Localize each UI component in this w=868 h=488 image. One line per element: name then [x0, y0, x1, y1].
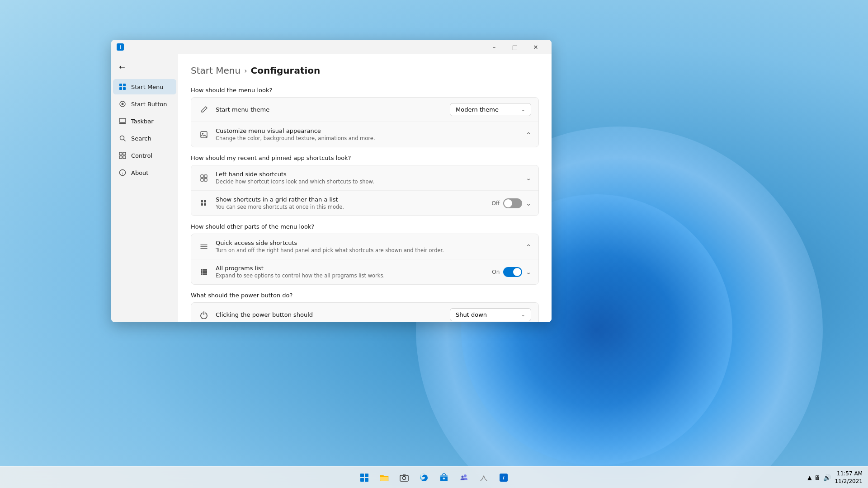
grid-toggle-thumb	[504, 199, 512, 207]
svg-point-47	[464, 474, 467, 477]
sidebar-item-search[interactable]: Search	[113, 131, 176, 146]
quick-access-arrow-icon: ⌃	[526, 243, 531, 250]
store-taskbar[interactable]	[435, 469, 453, 487]
row-text-quick-access: Quick access side shortcuts Turn on and …	[216, 239, 519, 253]
card-power: Clicking the power button should Shut do…	[191, 302, 539, 322]
file-explorer-taskbar[interactable]	[375, 469, 393, 487]
sidebar-label-start-menu: Start Menu	[131, 84, 164, 90]
theme-dropdown[interactable]: Modern theme ⌄	[450, 103, 531, 116]
section-header-other-parts: How should other parts of the menu look?	[191, 223, 539, 230]
svg-rect-30	[203, 269, 205, 271]
power-dropdown[interactable]: Shut down ⌄	[450, 308, 531, 321]
row-text-theme: Start menu theme	[216, 106, 443, 113]
row-text-visual: Customize menu visual appearance Change …	[216, 127, 519, 141]
grid-icon	[198, 198, 209, 209]
sidebar-item-control[interactable]: Control	[113, 148, 176, 163]
minimize-button[interactable]: –	[484, 40, 505, 54]
sidebar-label-control: Control	[131, 152, 152, 159]
sidebar-item-about[interactable]: i About	[113, 165, 176, 180]
grid-toggle-label: Off	[492, 200, 500, 206]
row-text-left-shortcuts: Left hand side shortcuts Decide how shor…	[216, 171, 519, 185]
svg-rect-6	[119, 118, 126, 122]
network-icon[interactable]: 🖥	[814, 474, 821, 481]
svg-rect-36	[203, 273, 205, 275]
app-tool-taskbar[interactable]	[475, 469, 493, 487]
edge-taskbar[interactable]	[415, 469, 433, 487]
main-content: Start Menu › Configuration How should th…	[178, 54, 552, 322]
clock-date: 11/2/2021	[835, 478, 863, 485]
svg-text:i: i	[122, 171, 123, 175]
row-subtitle-quick-access: Turn on and off the right hand panel and…	[216, 247, 519, 253]
row-title-left-shortcuts: Left hand side shortcuts	[216, 171, 519, 178]
taskbar-sys-icons: ▲ 🖥 🔊	[807, 474, 831, 481]
row-quick-access[interactable]: Quick access side shortcuts Turn on and …	[191, 234, 538, 259]
svg-rect-21	[204, 178, 207, 181]
power-dropdown-value: Shut down	[456, 311, 518, 318]
power-dropdown-chevron: ⌄	[521, 312, 525, 318]
maximize-button[interactable]: □	[505, 40, 525, 54]
row-customize-visual[interactable]: Customize menu visual appearance Change …	[191, 122, 538, 147]
row-title-quick-access: Quick access side shortcuts	[216, 239, 519, 246]
programs-toggle-label: On	[492, 269, 500, 275]
visual-arrow-icon: ⌃	[526, 131, 531, 138]
apps-icon	[198, 267, 209, 277]
sidebar-item-taskbar[interactable]: Taskbar	[113, 113, 176, 129]
programs-toggle[interactable]	[503, 267, 522, 277]
about-icon: i	[118, 169, 127, 177]
svg-rect-38	[360, 474, 364, 477]
row-left-hand-shortcuts[interactable]: Left hand side shortcuts Decide how shor…	[191, 165, 538, 191]
svg-rect-40	[360, 478, 364, 482]
card-menu-look: Start menu theme Modern theme ⌄	[191, 97, 539, 147]
sidebar-item-start-button[interactable]: Start Button	[113, 96, 176, 112]
row-title-all-programs: All programs list	[216, 265, 486, 272]
up-arrow-icon[interactable]: ▲	[807, 474, 811, 481]
svg-rect-7	[119, 123, 126, 124]
sidebar-label-about: About	[131, 169, 148, 176]
svg-rect-11	[123, 152, 126, 155]
breadcrumb: Start Menu › Configuration	[191, 65, 539, 76]
start-button-icon	[118, 100, 127, 108]
row-text-show-grid: Show shortcuts in a grid rather than a l…	[216, 196, 486, 210]
app-icon: i	[117, 43, 124, 51]
quick-access-arrow: ⌃	[526, 243, 531, 250]
svg-rect-46	[440, 475, 448, 477]
window-body: ← Start Menu	[111, 54, 552, 322]
power-dropdown-control: Shut down ⌄	[450, 308, 531, 321]
row-subtitle-visual: Change the color, background texture, an…	[216, 135, 519, 141]
visual-arrow-control: ⌃	[526, 131, 531, 138]
row-subtitle-all-programs: Expand to see options to control how the…	[216, 272, 486, 279]
programs-toggle-thumb	[513, 268, 521, 276]
pencil-icon	[198, 104, 209, 115]
row-start-menu-theme: Start menu theme Modern theme ⌄	[191, 98, 538, 122]
sidebar-item-start-menu[interactable]: Start Menu	[113, 79, 176, 94]
close-button[interactable]: ✕	[525, 40, 546, 54]
back-button[interactable]: ←	[115, 60, 129, 74]
taskbar-icon	[118, 117, 127, 125]
power-icon	[198, 310, 209, 320]
startallback-taskbar[interactable]: i	[495, 469, 513, 487]
camera-taskbar[interactable]	[395, 469, 413, 487]
svg-rect-34	[205, 271, 207, 273]
svg-rect-32	[201, 271, 203, 273]
left-shortcuts-chevron: ⌄	[526, 174, 531, 182]
svg-rect-41	[365, 478, 368, 482]
taskbar-clock[interactable]: 11:57 AM 11/2/2021	[835, 470, 863, 485]
search-icon	[118, 134, 127, 142]
svg-rect-23	[204, 200, 206, 202]
svg-rect-25	[204, 203, 206, 206]
section-header-shortcuts: How should my recent and pinned app shor…	[191, 155, 539, 161]
programs-toggle-control: On ⌄	[492, 267, 531, 277]
svg-rect-12	[119, 156, 122, 159]
svg-point-17	[202, 133, 203, 134]
start-button[interactable]	[355, 469, 373, 487]
svg-rect-10	[119, 152, 122, 155]
svg-rect-0	[119, 84, 122, 86]
svg-rect-35	[201, 273, 203, 275]
volume-icon[interactable]: 🔊	[823, 474, 831, 481]
svg-rect-1	[123, 84, 126, 86]
row-text-power-action: Clicking the power button should	[216, 311, 443, 318]
teams-taskbar[interactable]	[455, 469, 473, 487]
breadcrumb-separator: ›	[244, 66, 247, 75]
row-title-theme: Start menu theme	[216, 106, 443, 113]
grid-toggle[interactable]	[503, 198, 522, 208]
